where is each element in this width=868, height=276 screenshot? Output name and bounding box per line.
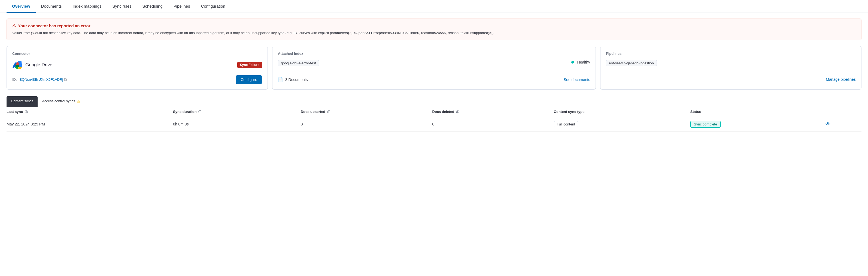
- nav-tabs: Overview Documents Index mappings Sync r…: [0, 0, 868, 13]
- sync-table-head: Last sync ⓘ Sync duration ⓘ Docs upserte…: [6, 107, 862, 117]
- cell-last-sync: May 22, 2024 3:25 PM: [6, 117, 173, 132]
- info-icon-docs-upserted: ⓘ: [327, 110, 330, 113]
- sync-tab-content[interactable]: Content syncs: [6, 96, 38, 107]
- connector-name-row: Google Drive: [12, 60, 52, 70]
- error-banner-message: ValueError: ('Could not deserialize key …: [12, 30, 856, 36]
- access-warning-icon: ⚠: [77, 99, 81, 103]
- th-content-sync-type: Content sync type: [554, 107, 690, 117]
- cell-status: Sync complete: [690, 117, 826, 132]
- info-icon-last-sync: ⓘ: [25, 110, 28, 113]
- connector-id-label: ID:: [12, 78, 17, 82]
- cards-row: Connector Google Drive Sync Failure: [6, 46, 862, 90]
- table-row: May 22, 2024 3:25 PM 0h 0m 9s 3 0 Full c…: [6, 117, 862, 132]
- sync-tab-access[interactable]: Access control syncs ⚠: [38, 96, 85, 107]
- error-banner-title: ⚠ Your connector has reported an error: [12, 23, 856, 28]
- th-sync-duration: Sync duration ⓘ: [173, 107, 301, 117]
- cell-docs-deleted: 0: [432, 117, 554, 132]
- sync-table-header-row: Last sync ⓘ Sync duration ⓘ Docs upserte…: [6, 107, 862, 117]
- tab-index-mappings[interactable]: Index mappings: [67, 0, 107, 13]
- index-docs-row: 📄 3 Documents See documents: [278, 77, 590, 82]
- cell-docs-upserted: 3: [301, 117, 432, 132]
- tab-documents[interactable]: Documents: [36, 0, 67, 13]
- error-banner: ⚠ Your connector has reported an error V…: [6, 19, 862, 40]
- warning-icon: ⚠: [12, 23, 16, 28]
- healthy-status: Healthy: [577, 60, 590, 64]
- tab-sync-rules[interactable]: Sync rules: [107, 0, 137, 13]
- index-card: Attached index google-drive-error-test H…: [272, 46, 596, 90]
- full-content-badge: Full content: [554, 121, 578, 127]
- sync-table: Last sync ⓘ Sync duration ⓘ Docs upserte…: [6, 107, 862, 132]
- manage-pipelines-link[interactable]: Manage pipelines: [826, 77, 856, 82]
- configure-button[interactable]: Configure: [236, 75, 262, 84]
- pipeline-name-badge[interactable]: ent-search-generic-ingestion: [606, 60, 657, 66]
- info-icon-docs-deleted: ⓘ: [456, 110, 459, 113]
- th-docs-deleted: Docs deleted ⓘ: [432, 107, 554, 117]
- sync-table-body: May 22, 2024 3:25 PM 0h 0m 9s 3 0 Full c…: [6, 117, 862, 132]
- tab-pipelines[interactable]: Pipelines: [168, 0, 196, 13]
- cell-sync-type: Full content: [554, 117, 690, 132]
- manage-pipelines-row: Manage pipelines: [606, 77, 856, 82]
- th-docs-upserted: Docs upserted ⓘ: [301, 107, 432, 117]
- connector-name: Google Drive: [25, 62, 52, 67]
- info-icon-sync-duration: ⓘ: [198, 110, 202, 113]
- cell-sync-duration: 0h 0m 9s: [173, 117, 301, 132]
- th-actions: [826, 107, 862, 117]
- healthy-dot: [571, 61, 574, 63]
- pipelines-card: Pipelines ent-search-generic-ingestion M…: [600, 46, 862, 90]
- connector-card: Connector Google Drive Sync Failure: [6, 46, 268, 90]
- sync-tabs: Content syncs Access control syncs ⚠: [6, 96, 862, 107]
- th-last-sync: Last sync ⓘ: [6, 107, 173, 117]
- connector-card-title: Connector: [12, 52, 262, 56]
- view-icon[interactable]: 👁: [826, 121, 830, 127]
- connector-header: Google Drive Sync Failure: [12, 60, 262, 70]
- access-control-label: Access control syncs: [42, 99, 75, 103]
- index-card-title: Attached index: [278, 52, 590, 56]
- index-docs-left: 📄 3 Documents: [278, 77, 308, 82]
- google-drive-logo: [12, 60, 22, 70]
- copy-icon[interactable]: ⧉: [64, 77, 67, 82]
- sync-failure-badge: Sync Failure: [237, 62, 262, 68]
- tab-overview[interactable]: Overview: [6, 0, 36, 13]
- connector-id-row: ID: BQNsn48BrUXmX5F1ADRj ⧉ Configure: [12, 75, 262, 84]
- connector-id-value[interactable]: BQNsn48BrUXmX5F1ADRj: [20, 78, 63, 82]
- connector-id-left: ID: BQNsn48BrUXmX5F1ADRj ⧉: [12, 77, 67, 82]
- th-status: Status: [690, 107, 826, 117]
- tab-scheduling[interactable]: Scheduling: [137, 0, 168, 13]
- docs-count: 3 Documents: [285, 78, 308, 82]
- index-name-badge[interactable]: google-drive-error-test: [278, 60, 319, 66]
- sync-tab-access-inner: Access control syncs ⚠: [42, 99, 80, 103]
- sync-complete-badge: Sync complete: [690, 121, 721, 128]
- tab-configuration[interactable]: Configuration: [196, 0, 231, 13]
- document-icon: 📄: [278, 77, 283, 82]
- see-documents-link[interactable]: See documents: [564, 78, 590, 82]
- pipelines-card-title: Pipelines: [606, 52, 856, 56]
- cell-actions: 👁: [826, 117, 862, 132]
- main-content: ⚠ Your connector has reported an error V…: [0, 13, 868, 137]
